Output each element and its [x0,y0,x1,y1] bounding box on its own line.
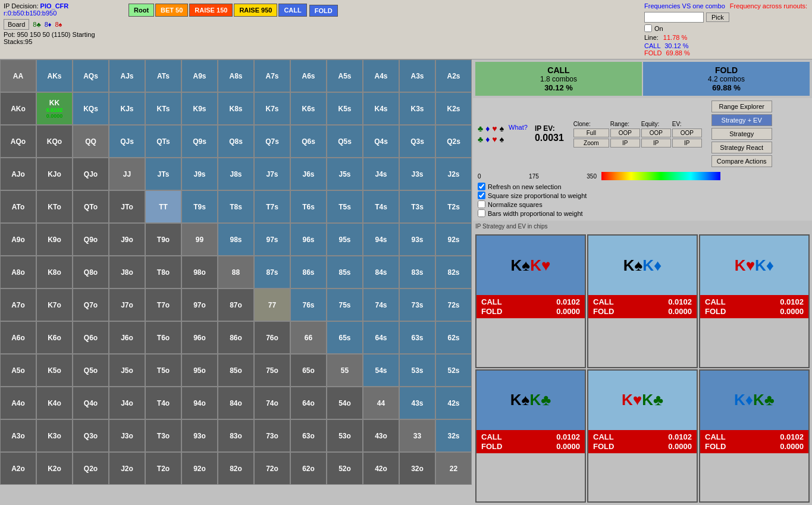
matrix-cell[interactable]: J3s [399,158,435,190]
matrix-cell[interactable]: 96s [290,223,327,256]
matrix-cell[interactable]: AQo [0,125,36,158]
matrix-cell[interactable]: KQs [73,92,109,125]
matrix-cell[interactable]: A9o [0,223,36,256]
matrix-cell[interactable]: 86o [218,321,254,354]
matrix-cell[interactable]: TT [145,190,181,223]
oop1-button[interactable]: OOP [610,128,640,137]
matrix-cell[interactable]: 92s [435,223,472,256]
matrix-cell[interactable]: A2o [0,452,36,485]
matrix-cell[interactable]: J2o [109,452,145,485]
matrix-cell[interactable]: J8o [109,256,145,288]
matrix-cell[interactable]: ATo [0,190,36,223]
matrix-cell[interactable]: T9o [145,223,181,256]
range-explorer-button[interactable]: Range Explorer [711,101,772,112]
matrix-cell[interactable]: T2o [145,452,181,485]
matrix-cell[interactable]: 74o [254,387,290,419]
strategy-button[interactable]: Strategy [711,128,772,140]
matrix-cell[interactable]: 98s [218,223,254,256]
matrix-cell[interactable]: Q4s [363,125,399,158]
call-nav-button[interactable]: CALL [278,4,306,17]
matrix-cell[interactable]: AJo [0,158,36,190]
matrix-cell[interactable]: 97s [254,223,290,256]
matrix-cell[interactable]: A2s [435,59,472,92]
matrix-cell[interactable]: 94s [363,223,399,256]
oop2-button[interactable]: OOP [641,128,671,137]
matrix-cell[interactable]: A7s [254,59,290,92]
matrix-cell[interactable]: KJs [109,92,145,125]
zoom-button[interactable]: Zoom [573,139,609,148]
matrix-cell[interactable]: 93o [181,419,218,452]
matrix-cell[interactable]: 64o [290,387,327,419]
matrix-cell[interactable]: AA [0,59,36,92]
matrix-cell[interactable]: KTs [145,92,181,125]
matrix-cell[interactable]: AQs [73,59,109,92]
matrix-cell[interactable]: 33 [399,419,435,452]
matrix-cell[interactable]: 98o [181,256,218,288]
matrix-cell[interactable]: T4o [145,387,181,419]
combo-card[interactable]: K♠K♣CALL0.0102FOLD0.0000 [475,369,586,503]
matrix-cell[interactable]: 96o [181,321,218,354]
matrix-cell[interactable]: Q9o [73,223,109,256]
matrix-cell[interactable]: QJo [73,158,109,190]
matrix-cell[interactable]: A3o [0,419,36,452]
strategy-ev-button[interactable]: Strategy + EV [711,114,772,126]
matrix-cell[interactable]: JJ [109,158,145,190]
matrix-cell[interactable]: T8o [145,256,181,288]
matrix-cell[interactable]: 82o [218,452,254,485]
bet50-button[interactable]: BET 50 [155,4,188,17]
matrix-cell[interactable]: 64s [363,321,399,354]
root-button[interactable]: Root [128,4,154,17]
matrix-cell[interactable]: 84o [218,387,254,419]
matrix-cell[interactable]: J6o [109,321,145,354]
matrix-cell[interactable]: 53o [327,419,363,452]
matrix-cell[interactable]: K4s [363,92,399,125]
matrix-cell[interactable]: QTs [145,125,181,158]
matrix-cell[interactable]: 42o [363,452,399,485]
matrix-cell[interactable]: A5o [0,354,36,387]
combo-card[interactable]: K♠K♦CALL0.0102FOLD0.0000 [587,234,698,368]
matrix-cell[interactable]: 72s [435,288,472,321]
matrix-cell[interactable]: Q5o [73,354,109,387]
matrix-cell[interactable]: J4s [363,158,399,190]
matrix-cell[interactable]: 92o [181,452,218,485]
matrix-cell[interactable]: K6o [36,321,73,354]
matrix-cell[interactable]: Q6o [73,321,109,354]
matrix-cell[interactable]: 86s [290,256,327,288]
matrix-cell[interactable]: KJo [36,158,73,190]
normalize-checkbox[interactable] [478,200,485,208]
matrix-cell[interactable]: 77 [254,288,290,321]
matrix-cell[interactable]: 83o [218,419,254,452]
fold-nav-button[interactable]: FOLD [309,5,338,17]
matrix-cell[interactable]: A9s [181,59,218,92]
on-checkbox[interactable] [644,24,652,32]
matrix-cell[interactable]: T7s [254,190,290,223]
matrix-cell[interactable]: AJs [109,59,145,92]
matrix-cell[interactable]: 66 [290,321,327,354]
strategy-react-button[interactable]: Strategy React [711,142,772,153]
matrix-cell[interactable]: 75o [254,354,290,387]
matrix-cell[interactable]: J9o [109,223,145,256]
matrix-cell[interactable]: K5o [36,354,73,387]
matrix-cell[interactable]: 87o [218,288,254,321]
matrix-cell[interactable]: Q2o [73,452,109,485]
matrix-cell[interactable]: K2s [435,92,472,125]
matrix-cell[interactable]: QTo [73,190,109,223]
matrix-cell[interactable]: K2o [36,452,73,485]
matrix-cell[interactable]: JTo [109,190,145,223]
matrix-cell[interactable]: A7o [0,288,36,321]
matrix-cell[interactable]: 65s [327,321,363,354]
matrix-cell[interactable]: Q8s [218,125,254,158]
matrix-cell[interactable]: 44 [363,387,399,419]
matrix-cell[interactable]: QQ [73,125,109,158]
matrix-cell[interactable]: 73s [399,288,435,321]
matrix-cell[interactable]: 43s [399,387,435,419]
pick-button[interactable]: Pick [706,12,729,22]
matrix-cell[interactable]: 99 [181,223,218,256]
matrix-cell[interactable]: A5s [327,59,363,92]
matrix-cell[interactable]: Q7s [254,125,290,158]
ip1-button[interactable]: IP [610,139,640,148]
matrix-cell[interactable]: J2s [435,158,472,190]
matrix-cell[interactable]: Q3s [399,125,435,158]
matrix-cell[interactable]: K3o [36,419,73,452]
matrix-cell[interactable]: K9o [36,223,73,256]
